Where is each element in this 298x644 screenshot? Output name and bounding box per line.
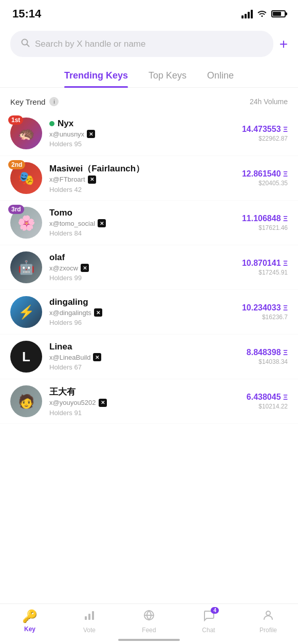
item-main-value: 11.106848 Ξ (242, 214, 288, 223)
item-holders: Holders 84 (49, 229, 82, 237)
item-usd-value: $17245.91 (242, 269, 288, 276)
item-name-row: Masiwei（Fairlaunch） (49, 163, 235, 174)
list-item[interactable]: 🎭 2nd Masiwei（Fairlaunch） x@FTbroart ✕ H… (0, 156, 298, 201)
item-handle: x@dingalingts (49, 309, 91, 317)
item-usd-value: $10214.22 (247, 403, 288, 410)
battery-icon (271, 10, 286, 17)
search-container: Search by X handle or name + (0, 26, 298, 65)
item-main-value: 12.861540 Ξ (242, 169, 288, 179)
item-name-row: Linea (49, 342, 239, 352)
item-main-value: 14.473553 Ξ (242, 125, 288, 134)
item-main-value: 6.438045 Ξ (247, 393, 288, 402)
item-usd-value: $20405.35 (242, 180, 288, 187)
item-handle-row: x@dingalingts ✕ (49, 308, 235, 317)
rank-badge: 1st (8, 115, 23, 125)
x-social-icon: ✕ (94, 308, 102, 317)
wifi-icon (257, 9, 267, 19)
search-placeholder: Search by X handle or name (35, 39, 145, 49)
list-item[interactable]: 🤖 olaf x@zxocw ✕ Holders 99 10.870141 Ξ … (0, 245, 298, 290)
avatar: L (10, 341, 42, 373)
x-social-icon: ✕ (98, 219, 106, 227)
avatar-wrap: 🎭 2nd (10, 162, 42, 194)
key-trend-label: Key Trend (10, 97, 45, 106)
item-handle: x@LineaBuild (49, 354, 90, 361)
item-handle-row: x@zxocw ✕ (49, 264, 235, 272)
signal-icon (241, 9, 253, 18)
item-name-row: Tomo (49, 208, 235, 218)
nav-item-profile[interactable]: Profile (238, 609, 298, 634)
svg-rect-3 (88, 614, 90, 620)
item-name-row: olaf (49, 252, 235, 263)
x-social-icon: ✕ (99, 399, 107, 407)
item-handle: x@unusnyx (49, 130, 84, 138)
item-name: Nyx (58, 119, 73, 129)
item-value: 8.848398 Ξ $14038.34 (247, 348, 288, 365)
key-icon: 🔑 (22, 609, 38, 623)
list-item[interactable]: 🧑 王大有 x@youyou5202 ✕ Holders 91 6.438045… (0, 379, 298, 424)
item-main-value: 10.870141 Ξ (242, 259, 288, 268)
content-area: Key Trend i 24h Volume 🦔 1st Nyx x@unusn… (0, 88, 298, 475)
item-info: olaf x@zxocw ✕ Holders 99 (49, 252, 235, 282)
item-holders: Holders 96 (49, 319, 82, 326)
search-box[interactable]: Search by X handle or name (10, 31, 273, 57)
tab-trending[interactable]: Trending Keys (64, 70, 128, 87)
item-info: Tomo x@tomo_social ✕ Holders 84 (49, 208, 235, 238)
item-main-value: 8.848398 Ξ (247, 348, 288, 357)
list-item[interactable]: L Linea x@LineaBuild ✕ Holders 67 8.8483… (0, 335, 298, 379)
profile-icon (262, 609, 274, 625)
svg-line-1 (27, 45, 29, 47)
list-header-left: Key Trend i (10, 97, 59, 106)
item-value: 12.861540 Ξ $20405.35 (242, 169, 288, 187)
item-value: 10.870141 Ξ $17245.91 (242, 259, 288, 276)
list-item[interactable]: 🌸 3rd Tomo x@tomo_social ✕ Holders 84 11… (0, 201, 298, 245)
svg-rect-2 (85, 616, 87, 620)
chat-badge: 4 (211, 607, 219, 614)
list-item[interactable]: 🦔 1st Nyx x@unusnyx ✕ Holders 95 14.4735… (0, 111, 298, 156)
item-name: 王大有 (49, 386, 76, 398)
item-holders: Holders 99 (49, 274, 82, 282)
add-button[interactable]: + (280, 37, 288, 51)
list-item[interactable]: ⚡ dingaling x@dingalingts ✕ Holders 96 1… (0, 290, 298, 335)
feed-icon (143, 609, 155, 625)
x-social-icon: ✕ (93, 353, 101, 361)
x-social-icon: ✕ (81, 264, 89, 272)
x-social-icon: ✕ (88, 175, 96, 184)
info-icon[interactable]: i (49, 97, 59, 106)
item-usd-value: $22962.87 (242, 135, 288, 142)
item-holders: Holders 67 (49, 363, 82, 371)
avatar-wrap: 🌸 3rd (10, 207, 42, 239)
item-handle-row: x@youyou5202 ✕ (49, 399, 239, 407)
rank-badge: 3rd (8, 205, 24, 214)
item-name-row: 王大有 (49, 386, 239, 398)
avatar: 🤖 (10, 251, 42, 283)
item-handle-row: x@FTbroart ✕ (49, 175, 235, 184)
tabs-container: Trending Keys Top Keys Online (0, 65, 298, 88)
item-usd-value: $16236.7 (242, 314, 288, 321)
item-name: Masiwei（Fairlaunch） (49, 163, 144, 174)
avatar-wrap: 🧑 (10, 385, 42, 417)
item-usd-value: $17621.46 (242, 224, 288, 231)
item-holders: Holders 95 (49, 140, 82, 148)
search-icon (21, 38, 30, 50)
nav-item-key[interactable]: 🔑 Key (0, 609, 60, 634)
item-handle-row: x@LineaBuild ✕ (49, 353, 239, 361)
volume-label: 24h Volume (250, 97, 288, 106)
x-social-icon: ✕ (87, 130, 95, 138)
item-name-row: Nyx (49, 119, 235, 129)
avatar: ⚡ (10, 296, 42, 328)
avatar-wrap: L (10, 341, 42, 373)
tab-top-keys[interactable]: Top Keys (148, 70, 187, 87)
nav-item-vote[interactable]: Vote (60, 609, 119, 634)
item-name: Tomo (49, 208, 72, 218)
home-indicator (118, 639, 180, 641)
item-handle: x@tomo_social (49, 220, 95, 227)
list-header: Key Trend i 24h Volume (0, 88, 298, 111)
nav-item-chat[interactable]: 4 Chat (179, 609, 238, 634)
item-info: 王大有 x@youyou5202 ✕ Holders 91 (49, 386, 239, 417)
status-icons (241, 9, 286, 19)
bottom-nav: 🔑 Key Vote Feed 4 Chat (0, 603, 298, 644)
nav-label-feed: Feed (142, 627, 156, 634)
nav-item-feed[interactable]: Feed (119, 609, 179, 634)
tab-online[interactable]: Online (207, 70, 234, 87)
item-value: 11.106848 Ξ $17621.46 (242, 214, 288, 231)
